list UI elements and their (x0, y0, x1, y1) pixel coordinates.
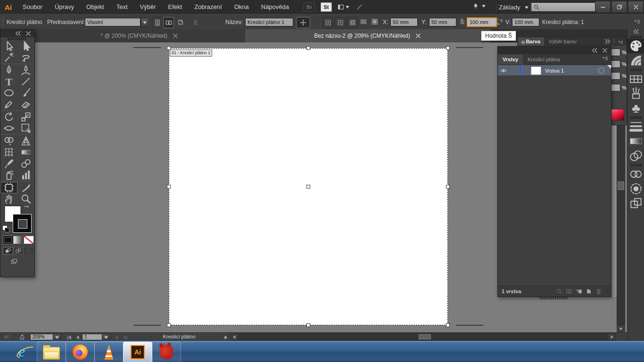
lasso-tool[interactable] (17, 52, 34, 63)
color-mode-button[interactable] (3, 236, 13, 244)
arrange-documents-caret-icon[interactable] (344, 4, 351, 10)
layer-row[interactable]: Vrstva 1 (498, 65, 611, 76)
y-input[interactable]: 50 mm (429, 18, 456, 26)
layer-lock-toggle[interactable] (510, 65, 520, 76)
control-bar-grip[interactable] (1, 16, 4, 27)
libraries-panel-icon[interactable] (627, 181, 644, 196)
status-display[interactable]: Kreslicí plátno (141, 334, 217, 339)
menu-objekt[interactable]: Objekt (80, 0, 110, 14)
artboard-handle-n[interactable] (306, 46, 310, 50)
zoom-level-field[interactable]: 209% (30, 334, 55, 340)
next-artboard-icon[interactable] (114, 334, 121, 341)
layer-name[interactable]: Vrstva 1 (545, 68, 598, 74)
notifications-button[interactable] (472, 3, 487, 9)
layer-thumbnail[interactable] (531, 66, 541, 75)
screen-mode-icon[interactable] (11, 258, 17, 265)
hand-tool[interactable] (0, 193, 17, 205)
horizontal-scrollbar-thumb[interactable] (419, 334, 431, 339)
video-safe-toggle[interactable] (347, 17, 358, 28)
zoom-tool[interactable] (17, 193, 34, 205)
dock-group-grip[interactable] (627, 68, 644, 72)
panel-resize-grip[interactable] (621, 119, 626, 124)
brushes-panel-icon[interactable] (627, 86, 644, 101)
direct-selection-tool[interactable] (17, 41, 34, 52)
tab-layers[interactable]: Vrstvy (498, 54, 523, 65)
center-mark-toggle[interactable] (322, 17, 333, 28)
type-tool[interactable]: T (0, 76, 17, 87)
menu-zobrazení[interactable]: Zobrazení (188, 0, 228, 14)
creative-cloud-panel-icon[interactable] (627, 167, 644, 181)
w-input[interactable]: 100 mm (467, 17, 497, 27)
previous-artboard-icon[interactable] (74, 334, 81, 341)
gradient-mode-button[interactable] (13, 236, 24, 244)
landscape-orientation-button[interactable] (163, 17, 174, 28)
collapse-panel-icon[interactable] (15, 30, 21, 37)
minimize-button[interactable] (595, 1, 611, 13)
tools-panel-grip[interactable] (0, 37, 34, 41)
layer-target-icon[interactable] (598, 67, 604, 74)
delete-artboard-icon[interactable] (192, 19, 199, 25)
swap-fill-stroke-icon[interactable] (23, 205, 30, 211)
stock-icon[interactable]: St (321, 2, 332, 12)
eyedropper-tool[interactable] (0, 158, 17, 169)
mesh-tool[interactable] (0, 147, 17, 158)
line-segment-tool[interactable] (17, 76, 34, 87)
status-menu-icon[interactable] (223, 334, 229, 341)
magic-wand-tool[interactable] (0, 52, 17, 63)
h-input[interactable]: 100 mm (512, 18, 539, 26)
dock-group-grip[interactable] (627, 115, 644, 119)
x-input[interactable]: 50 mm (390, 18, 418, 26)
tab-close-icon[interactable] (172, 33, 179, 39)
menu-úpravy[interactable]: Úpravy (49, 0, 80, 14)
bridge-icon[interactable]: Br (304, 2, 315, 12)
delete-layer-icon[interactable] (595, 288, 602, 295)
close-button[interactable] (628, 1, 644, 13)
width-tool[interactable] (0, 123, 17, 134)
scroll-down-button[interactable] (617, 325, 625, 332)
portrait-orientation-button[interactable] (152, 17, 163, 28)
selection-tool[interactable] (0, 41, 17, 52)
first-artboard-icon[interactable] (66, 334, 73, 341)
blend-tool[interactable] (17, 158, 34, 169)
layers-list-empty[interactable] (498, 75, 611, 286)
none-mode-button[interactable] (24, 236, 34, 244)
curvature-tool[interactable] (17, 65, 34, 76)
artboard-tool[interactable] (0, 182, 17, 193)
vertical-scrollbar[interactable] (617, 125, 625, 325)
tab-color-picker[interactable]: Výběr barev (544, 39, 581, 44)
cross-hairs-toggle[interactable] (335, 17, 346, 28)
dock-group-grip[interactable] (627, 35, 644, 39)
document-tab-2[interactable]: Bez názvu-2 @ 209% (CMYK/Náhled) (245, 29, 491, 42)
new-sublayer-icon[interactable] (576, 288, 582, 295)
touch-workspace-icon[interactable] (356, 4, 363, 10)
link-dimensions-icon[interactable] (496, 18, 503, 25)
dock-group-grip[interactable] (627, 163, 644, 167)
search-input[interactable] (540, 3, 594, 11)
artboard-name-input[interactable]: Kreslicí plátno 1 (245, 18, 293, 26)
preset-dropdown-button[interactable] (140, 18, 149, 27)
layers-panel-menu-icon[interactable] (602, 55, 611, 64)
symbol-sprayer-tool[interactable] (0, 169, 17, 181)
rearrange-artboards-icon[interactable] (372, 18, 378, 25)
gradient-panel-icon[interactable] (627, 134, 644, 148)
scale-tool[interactable] (17, 111, 34, 123)
tab-close-icon[interactable] (415, 33, 421, 39)
column-graph-tool[interactable] (17, 169, 34, 181)
clipping-mask-icon[interactable] (566, 288, 572, 295)
symbols-panel-icon[interactable]: ♣ (627, 101, 644, 115)
artboard-handle-e[interactable] (446, 185, 450, 189)
free-transform-tool[interactable] (17, 123, 34, 134)
workspace-switcher[interactable]: Základy (499, 4, 530, 11)
eraser-tool[interactable] (17, 99, 34, 110)
default-colors-icon[interactable] (2, 225, 8, 230)
collapse-panel-icon[interactable] (591, 47, 598, 54)
menu-okna[interactable]: Okna (228, 0, 255, 14)
expand-panels-icon[interactable] (604, 38, 611, 45)
menu-efekt[interactable]: Efekt (162, 0, 189, 14)
artboard-number-field[interactable]: 1 (82, 334, 104, 340)
taskbar-firefox[interactable] (66, 342, 95, 362)
paintbrush-tool[interactable] (17, 87, 34, 99)
pen-tool[interactable] (0, 65, 17, 76)
draw-behind-button[interactable] (13, 247, 24, 255)
tab-artboards[interactable]: Kreslicí plátna (523, 54, 565, 65)
